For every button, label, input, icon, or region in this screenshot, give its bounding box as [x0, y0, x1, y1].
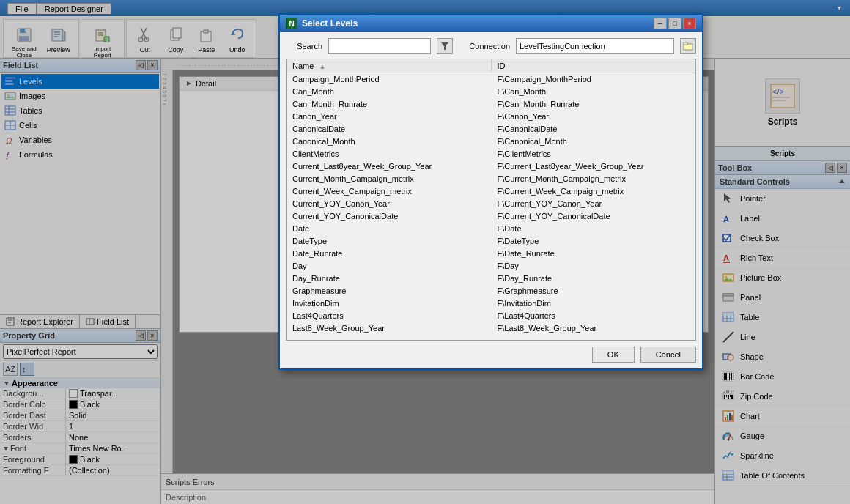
row-id: F\DateType: [491, 235, 695, 248]
row-name: Canon_Year: [287, 111, 491, 123]
modal-title-text: Select Levels: [302, 18, 654, 29]
row-name: Current_YOY_CanonicalDate: [287, 210, 491, 223]
row-id: F\InvitationDim: [491, 297, 695, 310]
table-row[interactable]: Current_Last8year_Week_Group_Year F\Curr…: [287, 160, 695, 173]
modal-app-icon: N: [286, 18, 298, 29]
select-levels-dialog: N Select Levels ─ □ × Search Connectio: [278, 13, 703, 370]
row-name: Current_Month_Campaign_metrix: [287, 173, 491, 185]
sort-arrow-icon: ▲: [319, 63, 325, 70]
row-name: Day: [287, 260, 491, 273]
table-row[interactable]: ClientMetrics F\ClientMetrics: [287, 148, 695, 160]
filter-icon: [440, 42, 449, 51]
row-name: Graphmeasure: [287, 285, 491, 297]
row-id: F\Date_Runrate: [491, 248, 695, 260]
row-name: Date_Runrate: [287, 248, 491, 260]
table-row[interactable]: DateType F\DateType: [287, 235, 695, 248]
row-id: F\Canonical_Month: [491, 136, 695, 148]
table-row[interactable]: Graphmeasure F\Graphmeasure: [287, 285, 695, 297]
modal-content: Search Connection: [280, 32, 702, 368]
connection-browse-btn[interactable]: [680, 38, 696, 54]
table-row[interactable]: Last_Date_Runrate F\Last_Date_Runrate: [287, 335, 695, 338]
table-row[interactable]: Current_Month_Campaign_metrix F\Current_…: [287, 173, 695, 185]
row-id: F\Last_Date_Runrate: [491, 335, 695, 338]
table-row[interactable]: Date_Runrate F\Date_Runrate: [287, 248, 695, 260]
app-window: File Report Designer ▼: [0, 0, 850, 504]
levels-data-table: Campaign_MonthPeriod F\Campaign_MonthPer…: [287, 73, 695, 337]
row-id: F\CanonicalDate: [491, 123, 695, 136]
row-id: F\Can_Month_Runrate: [491, 98, 695, 111]
levels-table: Name ▲ ID: [287, 59, 695, 73]
modal-maximize-btn[interactable]: □: [668, 18, 681, 29]
connection-label: Connection: [459, 42, 510, 51]
table-row[interactable]: Current_YOY_CanonicalDate F\Current_YOY_…: [287, 210, 695, 223]
row-id: F\Day_Runrate: [491, 273, 695, 285]
row-id: F\Last8_Week_Group_Year: [491, 322, 695, 335]
row-name: Campaign_MonthPeriod: [287, 73, 491, 86]
table-row[interactable]: Can_Month_Runrate F\Can_Month_Runrate: [287, 98, 695, 111]
row-name: Can_Month: [287, 86, 491, 98]
row-id: F\Graphmeasure: [491, 285, 695, 297]
row-id: F\Can_Month: [491, 86, 695, 98]
modal-minimize-btn[interactable]: ─: [654, 18, 667, 29]
row-id: F\ClientMetrics: [491, 148, 695, 160]
row-id: F\Current_YOY_CanonicalDate: [491, 210, 695, 223]
modal-overlay: N Select Levels ─ □ × Search Connectio: [0, 0, 850, 504]
table-row[interactable]: Day F\Day: [287, 260, 695, 273]
row-name: InvitationDim: [287, 297, 491, 310]
row-id: F\Campaign_MonthPeriod: [491, 73, 695, 86]
col-name-label: Name: [292, 62, 314, 70]
table-body: Campaign_MonthPeriod F\Campaign_MonthPer…: [287, 73, 695, 337]
table-row[interactable]: Last4Quarters F\Last4Quarters: [287, 310, 695, 322]
table-row[interactable]: Date F\Date: [287, 223, 695, 235]
row-id: F\Canon_Year: [491, 111, 695, 123]
table-row[interactable]: CanonicalDate F\CanonicalDate: [287, 123, 695, 136]
row-id: F\Day: [491, 260, 695, 273]
table-row[interactable]: Campaign_MonthPeriod F\Campaign_MonthPer…: [287, 73, 695, 86]
modal-footer: OK Cancel: [286, 341, 696, 363]
row-name: DateType: [287, 235, 491, 248]
search-label: Search: [286, 42, 322, 51]
table-row[interactable]: Canon_Year F\Canon_Year: [287, 111, 695, 123]
connection-input[interactable]: [516, 38, 674, 54]
col-header-id: ID: [491, 59, 695, 73]
browse-icon: [683, 42, 693, 51]
col-id-label: ID: [498, 62, 506, 70]
table-row[interactable]: Current_Week_Campaign_metrix F\Current_W…: [287, 185, 695, 198]
row-name: Day_Runrate: [287, 273, 491, 285]
modal-search-row: Search Connection: [286, 38, 696, 54]
row-name: Last_Date_Runrate: [287, 335, 491, 338]
row-name: CanonicalDate: [287, 123, 491, 136]
row-id: F\Current_Last8year_Week_Group_Year: [491, 160, 695, 173]
data-table-container: Name ▲ ID: [286, 59, 696, 341]
row-name: Current_Last8year_Week_Group_Year: [287, 160, 491, 173]
row-id: F\Date: [491, 223, 695, 235]
cancel-button[interactable]: Cancel: [640, 346, 696, 363]
modal-close-btn[interactable]: ×: [683, 18, 696, 29]
search-filter-btn[interactable]: [437, 38, 453, 54]
row-id: F\Current_YOY_Canon_Year: [491, 198, 695, 210]
table-row[interactable]: Day_Runrate F\Day_Runrate: [287, 273, 695, 285]
modal-title-bar: N Select Levels ─ □ ×: [280, 15, 702, 32]
table-row[interactable]: Can_Month F\Can_Month: [287, 86, 695, 98]
table-scroll-area[interactable]: Campaign_MonthPeriod F\Campaign_MonthPer…: [287, 73, 695, 337]
table-header: Name ▲ ID: [287, 59, 695, 73]
row-id: F\Last4Quarters: [491, 310, 695, 322]
svg-rect-97: [684, 42, 687, 45]
row-name: Date: [287, 223, 491, 235]
row-name: ClientMetrics: [287, 148, 491, 160]
table-row[interactable]: InvitationDim F\InvitationDim: [287, 297, 695, 310]
col-header-name: Name ▲: [287, 59, 491, 73]
row-name: Can_Month_Runrate: [287, 98, 491, 111]
search-input[interactable]: [328, 38, 431, 54]
table-row[interactable]: Last8_Week_Group_Year F\Last8_Week_Group…: [287, 322, 695, 335]
row-id: F\Current_Week_Campaign_metrix: [491, 185, 695, 198]
modal-title-buttons: ─ □ ×: [654, 18, 696, 29]
svg-marker-95: [441, 42, 448, 50]
ok-button[interactable]: OK: [592, 346, 635, 363]
row-name: Current_YOY_Canon_Year: [287, 198, 491, 210]
table-row[interactable]: Canonical_Month F\Canonical_Month: [287, 136, 695, 148]
row-name: Last8_Week_Group_Year: [287, 322, 491, 335]
row-name: Current_Week_Campaign_metrix: [287, 185, 491, 198]
table-row[interactable]: Current_YOY_Canon_Year F\Current_YOY_Can…: [287, 198, 695, 210]
row-id: F\Current_Month_Campaign_metrix: [491, 173, 695, 185]
